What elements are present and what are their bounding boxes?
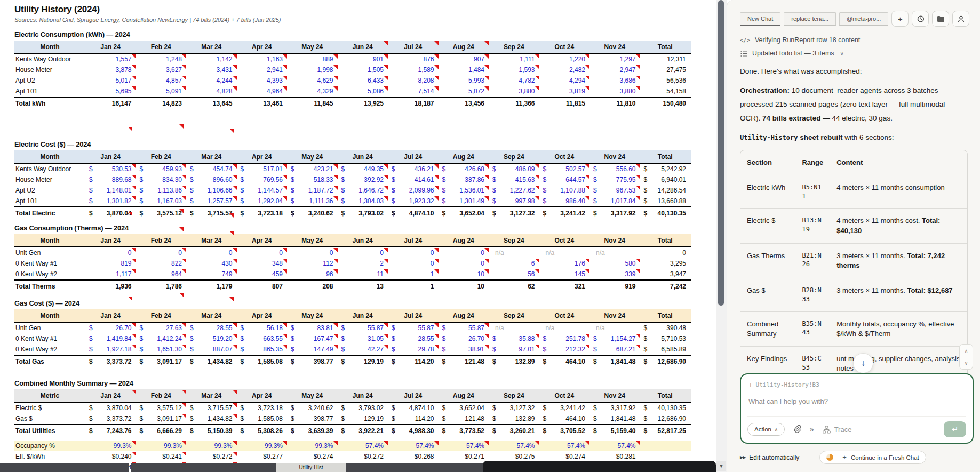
cell[interactable]: 0 xyxy=(388,247,439,258)
cell[interactable]: $0.240 xyxy=(85,451,136,462)
cell[interactable]: $1,187.72 xyxy=(287,185,338,196)
column-header[interactable]: Jul 24 xyxy=(388,234,439,246)
column-header[interactable]: Mar 24 xyxy=(186,150,237,163)
cell[interactable]: $436.21 xyxy=(388,164,439,174)
cell[interactable]: 5,091 xyxy=(136,86,187,97)
cell[interactable]: 4,964 xyxy=(237,86,288,97)
column-header[interactable]: Feb 24 xyxy=(136,389,187,402)
tab-meta-pro[interactable]: @meta-pro... xyxy=(839,12,888,26)
cell[interactable]: $3,575.12 xyxy=(136,207,187,219)
cell[interactable]: 4,629 xyxy=(287,75,338,86)
row-label[interactable]: Apt 101 xyxy=(14,86,85,97)
row-label[interactable]: Unit Gen xyxy=(14,247,85,258)
cell[interactable]: 5,695 xyxy=(85,86,136,97)
cell[interactable]: $28.55 xyxy=(186,323,237,333)
cell[interactable]: 1,593 xyxy=(489,65,539,75)
sheet-vertical-scrollbar[interactable]: ▼ xyxy=(716,0,727,472)
column-header[interactable]: Feb 24 xyxy=(136,234,187,246)
row-label[interactable]: House Meter xyxy=(14,174,85,185)
cell[interactable]: $5,242.92 xyxy=(640,164,691,174)
cell[interactable]: 62 xyxy=(489,281,539,292)
cell[interactable]: $449.35 xyxy=(338,164,388,174)
cell[interactable]: $3,922.21 xyxy=(338,425,388,437)
column-header[interactable]: Month xyxy=(14,41,85,53)
cell[interactable]: $147.49 xyxy=(287,344,338,355)
files-button[interactable] xyxy=(932,11,949,27)
cell[interactable]: 1,589 xyxy=(388,65,439,75)
cell[interactable]: 580 xyxy=(589,258,640,269)
cell[interactable]: 1,484 xyxy=(439,65,489,75)
cell[interactable]: 27,475 xyxy=(640,65,691,75)
cell[interactable]: $1,841.48 xyxy=(589,413,640,424)
scroll-up-icon[interactable]: ∧ xyxy=(965,348,968,354)
cell[interactable]: $5,308.26 xyxy=(237,425,288,437)
cell[interactable]: 5,086 xyxy=(338,86,388,97)
cell[interactable]: 56 xyxy=(489,269,539,279)
cell[interactable]: 2 xyxy=(338,258,388,269)
cell[interactable]: 0 xyxy=(136,247,187,258)
row-label[interactable]: 0 Kent Way #2 xyxy=(14,269,85,279)
column-header[interactable]: Oct 24 xyxy=(539,309,590,322)
column-header[interactable]: Sep 24 xyxy=(489,389,539,402)
cell[interactable]: $129.19 xyxy=(338,413,388,424)
cell[interactable]: $1,106.66 xyxy=(186,185,237,196)
cell[interactable]: $12,686.90 xyxy=(640,413,691,424)
cell[interactable]: 1,179 xyxy=(186,281,237,292)
cell[interactable]: 13,456 xyxy=(439,98,489,109)
column-header[interactable]: Oct 24 xyxy=(539,41,590,53)
cell[interactable]: 145 xyxy=(539,269,590,279)
cell[interactable]: $986.40 xyxy=(539,196,590,206)
cell[interactable]: 11,366 xyxy=(489,98,539,109)
cell[interactable]: $775.95 xyxy=(589,174,640,185)
cell[interactable]: 1,936 xyxy=(85,281,136,292)
cell[interactable]: $251.78 xyxy=(539,333,590,344)
cell[interactable]: $129.19 xyxy=(338,356,388,367)
cell[interactable]: $28.55 xyxy=(388,333,439,344)
cell[interactable]: $1,301.49 xyxy=(439,196,489,206)
cell[interactable]: $390.48 xyxy=(640,323,691,333)
column-header[interactable]: Oct 24 xyxy=(539,150,590,163)
cell[interactable]: 112 xyxy=(287,258,338,269)
cell[interactable]: 3,880 xyxy=(489,86,539,97)
cell[interactable]: $55.87 xyxy=(388,323,439,333)
cell[interactable]: $464.10 xyxy=(539,356,590,367)
cell[interactable]: $1,167.03 xyxy=(136,196,187,206)
cell[interactable]: 1,786 xyxy=(136,281,187,292)
profile-button[interactable] xyxy=(952,11,969,27)
cell[interactable]: $3,127.32 xyxy=(489,207,539,219)
cell[interactable]: 10 xyxy=(439,281,489,292)
cell[interactable]: $3,705.52 xyxy=(539,425,590,437)
cell[interactable]: 150,480 xyxy=(640,98,691,109)
cell[interactable]: $56.18 xyxy=(237,323,288,333)
cell[interactable]: $3,373.72 xyxy=(85,413,136,424)
cell[interactable]: 99.3% xyxy=(186,441,237,451)
column-header[interactable]: Nov 24 xyxy=(589,389,640,402)
column-header[interactable]: Jul 24 xyxy=(388,150,439,163)
cell[interactable]: $3,260.21 xyxy=(489,425,539,437)
cell[interactable]: $834.30 xyxy=(136,174,187,185)
cell[interactable]: 1,163 xyxy=(237,54,288,65)
cell[interactable]: $4,988.30 xyxy=(388,425,439,437)
column-header[interactable]: Apr 24 xyxy=(237,41,288,53)
cell[interactable]: $556.60 xyxy=(589,164,640,174)
scrollbar-thumb[interactable] xyxy=(718,0,724,306)
cell[interactable]: $3,639.39 xyxy=(287,425,338,437)
column-header[interactable]: Total xyxy=(640,150,691,163)
cell[interactable]: 0 xyxy=(237,247,288,258)
cell[interactable]: 57.4% xyxy=(338,441,388,451)
cell[interactable]: 99.3% xyxy=(237,441,288,451)
cell[interactable]: $40,130.35 xyxy=(640,207,691,219)
cell[interactable]: $997.98 xyxy=(489,196,539,206)
row-label[interactable]: Occupancy % xyxy=(14,441,85,451)
column-header[interactable]: Apr 24 xyxy=(237,150,288,163)
cell[interactable]: 99.3% xyxy=(287,441,338,451)
cell[interactable]: 3,431 xyxy=(186,65,237,75)
cell[interactable]: 5,072 xyxy=(439,86,489,97)
cell[interactable]: 13,461 xyxy=(237,98,288,109)
cell[interactable]: $865.35 xyxy=(237,344,288,355)
row-label[interactable]: Electric $ xyxy=(14,403,85,413)
cell[interactable]: $3,373.72 xyxy=(85,356,136,367)
cell[interactable]: 1 xyxy=(388,281,439,292)
cell[interactable]: $769.56 xyxy=(237,174,288,185)
row-label[interactable]: Total kWh xyxy=(14,98,85,109)
